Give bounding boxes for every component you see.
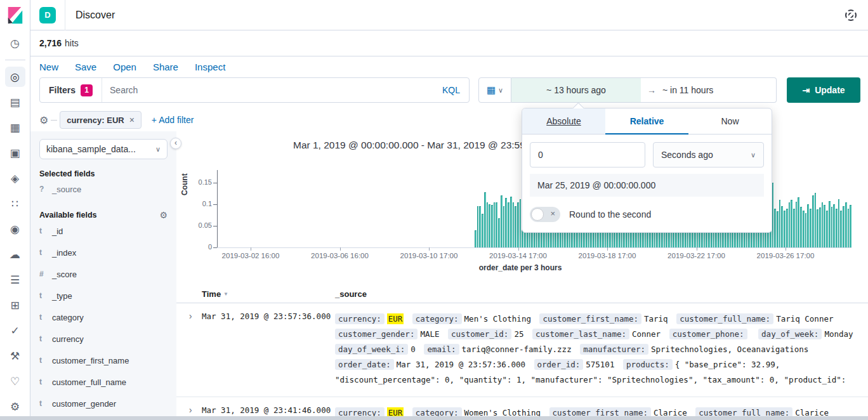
histogram-bar[interactable] bbox=[786, 209, 788, 247]
rail-item-recently-viewed[interactable]: ◷ bbox=[5, 33, 25, 53]
histogram-bar[interactable] bbox=[503, 206, 505, 247]
histogram-bar[interactable] bbox=[508, 202, 510, 247]
field-settings-gear-icon[interactable]: ⚙ bbox=[159, 210, 168, 220]
histogram-bar[interactable] bbox=[793, 209, 795, 247]
histogram-bar[interactable] bbox=[510, 197, 512, 247]
histogram-bar[interactable] bbox=[791, 200, 792, 247]
histogram-bar[interactable] bbox=[491, 205, 493, 247]
histogram-bar[interactable] bbox=[479, 206, 481, 247]
histogram-bar[interactable] bbox=[843, 206, 845, 247]
kibana-logo[interactable] bbox=[0, 0, 30, 30]
field-item-customer_full_name[interactable]: tcustomer_full_name bbox=[39, 371, 168, 393]
histogram-bar[interactable] bbox=[520, 199, 522, 247]
menu-link-inspect[interactable]: Inspect bbox=[195, 62, 225, 72]
field-item-_source[interactable]: ?_source bbox=[39, 178, 168, 200]
time-column-header[interactable]: Time ▼ bbox=[202, 289, 335, 299]
menu-link-open[interactable]: Open bbox=[113, 62, 136, 72]
histogram-bar[interactable] bbox=[819, 207, 821, 247]
collapse-sidebar-button[interactable]: ‹ bbox=[170, 138, 181, 149]
histogram-bar[interactable] bbox=[784, 211, 786, 247]
histogram-bar[interactable] bbox=[850, 205, 852, 247]
histogram-bar[interactable] bbox=[777, 211, 779, 247]
histogram-bar[interactable] bbox=[807, 204, 809, 247]
menu-link-new[interactable]: New bbox=[39, 62, 58, 72]
histogram-bar[interactable] bbox=[840, 211, 842, 247]
date-picker-button[interactable]: ▦ ∨ bbox=[478, 77, 511, 103]
histogram-bar[interactable] bbox=[798, 197, 799, 247]
sort-desc-icon[interactable]: ▼ bbox=[223, 291, 228, 297]
histogram-bar[interactable] bbox=[833, 204, 835, 247]
rail-item-uptime[interactable]: ✓ bbox=[5, 320, 25, 341]
menu-link-save[interactable]: Save bbox=[75, 62, 96, 72]
histogram-bar[interactable] bbox=[501, 195, 503, 247]
histogram-bar[interactable] bbox=[803, 211, 805, 247]
filter-pill-currency-eur[interactable]: currency: EUR × bbox=[60, 111, 141, 129]
histogram-bar[interactable] bbox=[829, 201, 831, 247]
histogram-bar[interactable] bbox=[489, 204, 490, 247]
histogram-bar[interactable] bbox=[848, 209, 850, 247]
histogram-bar[interactable] bbox=[475, 230, 477, 247]
histogram-bar[interactable] bbox=[487, 202, 489, 247]
tab-relative[interactable]: Relative bbox=[605, 108, 688, 134]
rail-item-apm[interactable]: ⊞ bbox=[5, 295, 25, 315]
date-from-button[interactable]: ~ 13 hours ago bbox=[511, 78, 641, 102]
rail-item-infrastructure[interactable]: ☁ bbox=[5, 244, 25, 265]
relative-unit-select[interactable]: Seconds ago ∨ bbox=[653, 142, 764, 167]
histogram-bar[interactable] bbox=[800, 207, 802, 247]
round-toggle-switch[interactable]: × bbox=[530, 207, 560, 222]
histogram-bar[interactable] bbox=[826, 211, 828, 247]
rail-item-machine-learning[interactable]: ∷ bbox=[5, 194, 25, 214]
index-pattern-select[interactable]: kibana_sample_data... ∨ bbox=[39, 139, 168, 159]
relative-count-input[interactable] bbox=[530, 142, 645, 167]
histogram-bar[interactable] bbox=[824, 205, 825, 247]
add-filter-link[interactable]: + Add filter bbox=[152, 115, 194, 125]
field-item-_index[interactable]: t_index bbox=[39, 242, 168, 263]
rail-item-management[interactable]: ⚙ bbox=[5, 397, 25, 417]
menu-link-share[interactable]: Share bbox=[153, 62, 178, 72]
histogram-bar[interactable] bbox=[515, 206, 516, 247]
histogram-bar[interactable] bbox=[779, 200, 781, 247]
histogram-bar[interactable] bbox=[774, 209, 776, 247]
rail-item-visualize[interactable]: ▤ bbox=[5, 92, 25, 112]
histogram-bar[interactable] bbox=[789, 202, 791, 247]
histogram-bar[interactable] bbox=[477, 206, 479, 247]
tab-absolute[interactable]: Absolute bbox=[522, 108, 605, 134]
field-item-category[interactable]: tcategory bbox=[39, 306, 168, 328]
filters-button[interactable]: Filters 1 bbox=[40, 78, 102, 102]
field-item-_id[interactable]: t_id bbox=[39, 220, 168, 242]
histogram-bar[interactable] bbox=[781, 206, 783, 247]
histogram-bar[interactable] bbox=[505, 198, 507, 247]
histogram-bar[interactable] bbox=[815, 193, 817, 247]
histogram-bar[interactable] bbox=[817, 209, 819, 247]
tab-now[interactable]: Now bbox=[688, 108, 772, 134]
rail-item-discover[interactable]: ◎ bbox=[5, 67, 25, 87]
histogram-bar[interactable] bbox=[831, 207, 833, 247]
histogram-bar[interactable] bbox=[822, 202, 824, 247]
field-item-customer_gender[interactable]: tcustomer_gender bbox=[39, 393, 168, 414]
histogram-bar[interactable] bbox=[484, 192, 486, 247]
histogram-bar[interactable] bbox=[513, 202, 515, 247]
filter-options-gear-icon[interactable]: ⚙ bbox=[39, 114, 48, 126]
field-item-currency[interactable]: tcurrency bbox=[39, 328, 168, 350]
remove-filter-icon[interactable]: × bbox=[129, 115, 135, 125]
rail-item-maps[interactable]: ◈ bbox=[5, 168, 25, 188]
rail-item-stack-monitoring[interactable]: ♡ bbox=[5, 371, 25, 391]
histogram-bar[interactable] bbox=[494, 202, 496, 247]
histogram-bar[interactable] bbox=[517, 202, 519, 247]
rail-item-graph[interactable]: ◉ bbox=[5, 219, 25, 239]
rail-item-dashboard[interactable]: ▦ bbox=[5, 117, 25, 138]
histogram-bar[interactable] bbox=[498, 218, 500, 247]
rail-item-logs[interactable]: ☰ bbox=[5, 270, 25, 290]
histogram-bar[interactable] bbox=[836, 209, 838, 247]
search-input[interactable]: Search bbox=[110, 85, 433, 95]
histogram-bar[interactable] bbox=[805, 213, 807, 247]
field-item-customer_first_name[interactable]: tcustomer_first_name bbox=[39, 350, 168, 371]
date-to-button[interactable]: ~ in 11 hours bbox=[662, 85, 713, 95]
field-item-_type[interactable]: t_type bbox=[39, 285, 168, 306]
histogram-bar[interactable] bbox=[796, 202, 798, 247]
histogram-bar[interactable] bbox=[810, 209, 812, 247]
rail-item-dev-tools[interactable]: ⚒ bbox=[5, 346, 25, 366]
kql-button[interactable]: KQL bbox=[433, 85, 469, 95]
histogram-bar[interactable] bbox=[496, 202, 497, 247]
rail-item-canvas[interactable]: ▣ bbox=[5, 143, 25, 163]
